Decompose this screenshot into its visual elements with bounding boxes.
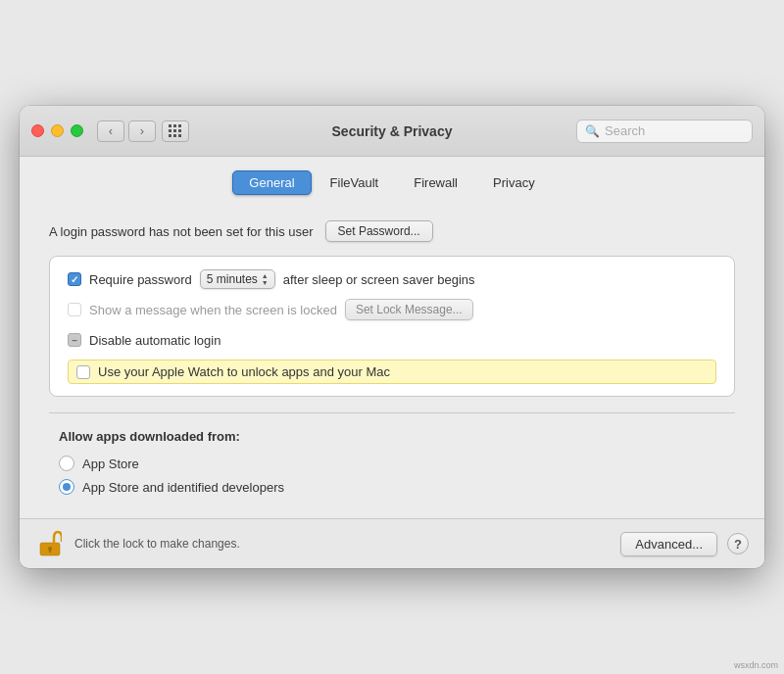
titlebar: ‹ › Security & Privacy 🔍 Search xyxy=(20,106,764,157)
section-divider xyxy=(49,412,735,413)
lock-text: Click the lock to make changes. xyxy=(74,537,611,551)
allow-apps-title: Allow apps downloaded from: xyxy=(59,429,725,444)
dropdown-arrows: ▲ ▼ xyxy=(262,272,269,286)
identified-developers-label: App Store and identified developers xyxy=(82,480,284,495)
lock-button[interactable] xyxy=(35,529,65,558)
main-window: ‹ › Security & Privacy 🔍 Search General … xyxy=(20,106,764,568)
grid-icon xyxy=(169,124,182,138)
arrow-down-icon: ▼ xyxy=(262,279,269,286)
back-button[interactable]: ‹ xyxy=(97,120,124,142)
close-button[interactable] xyxy=(31,124,44,137)
arrow-up-icon: ▲ xyxy=(262,272,269,279)
search-icon: 🔍 xyxy=(585,124,600,138)
require-password-row: Require password 5 minutes ▲ ▼ after sle… xyxy=(68,268,716,290)
bottom-bar: Click the lock to make changes. Advanced… xyxy=(20,518,764,568)
tab-general[interactable]: General xyxy=(232,170,311,195)
disable-autologin-checkbox[interactable] xyxy=(68,333,81,347)
svg-rect-2 xyxy=(49,549,51,553)
content-area: A login password has not been set for th… xyxy=(20,205,764,518)
radio-identified: App Store and identified developers xyxy=(59,479,725,495)
login-password-row: A login password has not been set for th… xyxy=(49,220,735,242)
disable-autologin-row: Disable automatic login xyxy=(68,329,716,351)
identified-developers-radio[interactable] xyxy=(59,479,74,495)
require-password-checkbox[interactable] xyxy=(68,272,81,286)
lock-icon xyxy=(38,530,62,557)
allow-apps-section: Allow apps downloaded from: App Store Ap… xyxy=(49,429,735,495)
search-placeholder: Search xyxy=(605,123,645,138)
watermark: wsxdn.com xyxy=(734,660,778,670)
traffic-lights xyxy=(31,124,83,137)
apple-watch-row: Use your Apple Watch to unlock apps and … xyxy=(68,360,716,384)
maximize-button[interactable] xyxy=(71,124,83,137)
show-message-label: Show a message when the screen is locked xyxy=(89,303,337,317)
dropdown-value: 5 minutes xyxy=(207,272,258,286)
advanced-button[interactable]: Advanced... xyxy=(620,532,717,556)
require-password-label-before: Require password xyxy=(89,272,192,287)
tab-firewall[interactable]: Firewall xyxy=(397,170,474,195)
password-time-dropdown[interactable]: 5 minutes ▲ ▼ xyxy=(200,269,275,289)
app-store-label: App Store xyxy=(82,457,139,471)
minimize-button[interactable] xyxy=(51,124,64,137)
show-message-checkbox[interactable] xyxy=(68,303,81,316)
apple-watch-label: Use your Apple Watch to unlock apps and … xyxy=(98,364,390,379)
show-message-row: Show a message when the screen is locked… xyxy=(68,299,716,320)
disable-autologin-label: Disable automatic login xyxy=(89,333,220,348)
window-title: Security & Privacy xyxy=(332,123,453,139)
app-store-radio[interactable] xyxy=(59,456,74,471)
tab-privacy[interactable]: Privacy xyxy=(476,170,552,195)
radio-app-store: App Store xyxy=(59,456,725,471)
apple-watch-checkbox[interactable] xyxy=(76,365,90,379)
set-lock-message-button: Set Lock Message... xyxy=(345,299,473,320)
login-password-text: A login password has not been set for th… xyxy=(49,224,314,239)
search-box[interactable]: 🔍 Search xyxy=(576,120,753,143)
require-password-label-after: after sleep or screen saver begins xyxy=(283,272,475,287)
set-password-button[interactable]: Set Password... xyxy=(325,220,433,242)
help-button[interactable]: ? xyxy=(727,533,749,554)
tab-filevault[interactable]: FileVault xyxy=(314,170,396,195)
forward-button[interactable]: › xyxy=(128,120,156,142)
options-section: Require password 5 minutes ▲ ▼ after sle… xyxy=(49,256,735,397)
tabs-row: General FileVault Firewall Privacy xyxy=(20,157,764,205)
nav-buttons: ‹ › xyxy=(97,120,156,142)
grid-view-button[interactable] xyxy=(162,120,189,142)
